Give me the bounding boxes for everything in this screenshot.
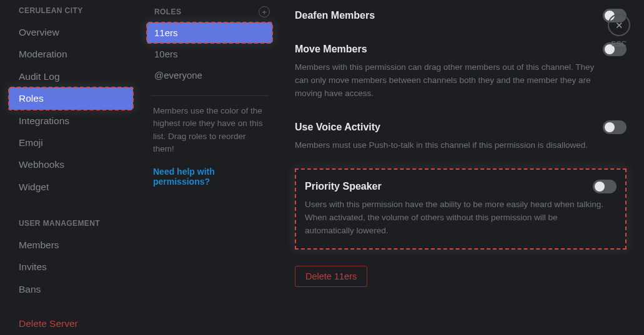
roles-heading: ROLES <box>154 7 181 16</box>
permission-priority-speaker: Priority Speaker Users with this permiss… <box>295 168 627 250</box>
permission-title: Move Members <box>295 44 367 55</box>
sidebar-item-members[interactable]: Members <box>9 234 133 256</box>
toggle-priority-speaker[interactable] <box>593 180 617 193</box>
server-name-heading: CERULEAN CITY <box>19 6 133 15</box>
sidebar-item-widget[interactable]: Widget <box>9 176 133 198</box>
close-button[interactable]: ✕ <box>608 14 630 36</box>
delete-role-button[interactable]: Delete 11ers <box>295 266 367 287</box>
permission-title: Deafen Members <box>295 10 375 21</box>
user-management-heading: USER MANAGEMENT <box>19 219 133 228</box>
roles-hint-text: Members use the color of the highest rol… <box>147 105 272 155</box>
close-settings: ✕ ESC <box>608 14 630 47</box>
plus-icon: + <box>262 8 267 16</box>
permissions-help-link[interactable]: Need help with permissions? <box>147 155 272 187</box>
permission-title: Use Voice Activity <box>295 122 380 133</box>
permission-move-members: Move Members Members with this permissio… <box>295 34 627 112</box>
delete-server-button[interactable]: Delete Server <box>9 313 133 334</box>
permissions-panel: Deafen Members Move Members Members with… <box>281 0 644 335</box>
sidebar-item-webhooks[interactable]: Webhooks <box>9 153 133 175</box>
sidebar-item-overview[interactable]: Overview <box>9 21 133 43</box>
sidebar-item-audit-log[interactable]: Audit Log <box>9 66 133 87</box>
role-item-11ers[interactable]: 11ers <box>147 22 272 43</box>
role-item-10ers[interactable]: 10ers <box>147 44 272 64</box>
permission-description: Members must use Push-to-talk in this ch… <box>295 139 595 152</box>
permission-use-voice-activity: Use Voice Activity Members must use Push… <box>295 112 627 163</box>
divider <box>151 95 269 96</box>
close-icon: ✕ <box>615 21 623 30</box>
permission-description: Members with this permission can drag ot… <box>295 61 595 100</box>
sidebar-item-invites[interactable]: Invites <box>9 256 133 278</box>
sidebar-item-integrations[interactable]: Integrations <box>9 110 133 132</box>
permission-title: Priority Speaker <box>305 181 382 192</box>
toggle-use-voice-activity[interactable] <box>603 120 627 134</box>
permission-deafen-members: Deafen Members <box>295 0 627 34</box>
role-item-everyone[interactable]: @everyone <box>147 65 272 85</box>
server-settings-sidebar: CERULEAN CITY Overview Moderation Audit … <box>0 0 141 335</box>
esc-label: ESC <box>608 40 630 47</box>
permission-description: Users with this permission have the abil… <box>305 198 605 238</box>
add-role-button[interactable]: + <box>259 6 270 17</box>
sidebar-item-emoji[interactable]: Emoji <box>9 132 133 153</box>
sidebar-item-roles[interactable]: Roles <box>9 87 133 109</box>
sidebar-item-moderation[interactable]: Moderation <box>9 43 133 65</box>
roles-column: ROLES + 11ers 10ers @everyone Members us… <box>141 0 281 335</box>
sidebar-item-bans[interactable]: Bans <box>9 278 133 300</box>
